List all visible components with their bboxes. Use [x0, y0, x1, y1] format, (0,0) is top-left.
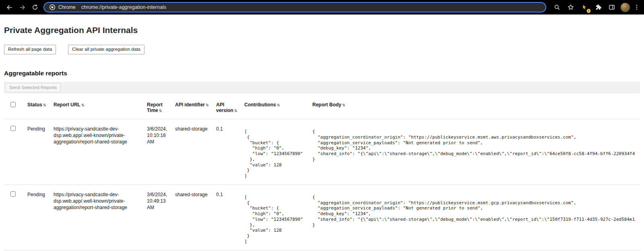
refresh-all-button[interactable]: Refresh all page data [4, 45, 56, 54]
cell-report-body: { "aggregation_coordinator_origin": "htt… [312, 119, 640, 185]
menu-button[interactable] [633, 1, 641, 13]
col-header-label: Report Body [312, 102, 341, 108]
arrow-left-icon [6, 4, 13, 11]
cell-api-identifier: shared-storage [175, 185, 216, 250]
cell-status: Pending [27, 119, 54, 185]
row-checkbox[interactable] [10, 126, 16, 131]
extension-badge: 1 [586, 8, 591, 13]
col-header-label: Status [27, 102, 42, 108]
side-panel-button[interactable] [606, 1, 618, 13]
star-icon [568, 4, 574, 10]
back-button[interactable] [3, 1, 15, 13]
cell-api-version: 0.1 [216, 119, 244, 185]
col-header-label: Contributions [244, 102, 276, 108]
reload-icon [32, 4, 38, 10]
bookmark-button[interactable] [565, 1, 577, 13]
col-header-status[interactable]: Status⇅ [27, 99, 54, 119]
chrome-logo-icon [49, 4, 56, 10]
sort-icon: ⇅ [234, 109, 237, 113]
report-body-json: { "aggregation_coordinator_origin": "htt… [312, 195, 640, 228]
table-header-row: Status⇅ Report URL⇅ Report Time⇅ API ide… [4, 99, 640, 119]
report-body-json: { "aggregation_coordinator_origin": "htt… [312, 129, 640, 162]
page-content: Private Aggregation API Internals Refres… [0, 15, 644, 251]
col-header-api-identifier[interactable]: API identifier⇅ [175, 99, 216, 119]
kebab-menu-icon [634, 4, 640, 10]
cell-report-time: 3/6/2024, 10:49:13 AM [147, 185, 175, 250]
col-header-label: Report URL [54, 102, 80, 108]
contributions-json: [ { "bucket": { "high": "0", "low": "123… [244, 129, 312, 179]
table-row: Pending https://privacy-sandcastle-dev-d… [4, 119, 640, 185]
select-all-cell [4, 99, 27, 119]
section-title: Aggregatable reports [4, 70, 640, 77]
arrow-right-icon [19, 4, 26, 11]
page-title: Private Aggregation API Internals [4, 15, 640, 35]
sort-icon: ⇅ [159, 109, 162, 113]
search-icon [554, 4, 560, 10]
cell-api-version: 0.1 [216, 185, 244, 250]
col-header-report-body[interactable]: Report Body⇅ [312, 99, 640, 119]
site-label: Chrome [58, 4, 76, 10]
sort-icon: ⇅ [43, 103, 46, 107]
row-select-cell [4, 119, 27, 185]
address-bar[interactable]: Chrome chrome://private-aggregation-inte… [43, 2, 546, 12]
cell-contributions: [ { "bucket": { "high": "0", "low": "123… [244, 185, 312, 250]
cell-status: Pending [27, 185, 54, 250]
cell-report-body: { "aggregation_coordinator_origin": "htt… [312, 185, 640, 250]
reload-button[interactable] [29, 1, 41, 13]
sort-icon: ⇅ [206, 103, 209, 107]
browser-toolbar: Chrome chrome://private-aggregation-inte… [0, 0, 644, 15]
contributions-json: [ { "bucket": { "high": "0", "low": "123… [244, 195, 312, 245]
cell-contributions: [ { "bucket": { "high": "0", "low": "123… [244, 119, 312, 185]
cell-report-time: 3/6/2024, 10:10:18 AM [147, 119, 175, 185]
col-header-contributions[interactable]: Contributions⇅ [244, 99, 312, 119]
sort-icon: ⇅ [81, 103, 85, 107]
puzzle-icon [595, 4, 601, 10]
col-header-report-url[interactable]: Report URL⇅ [54, 99, 147, 119]
reports-table: Status⇅ Report URL⇅ Report Time⇅ API ide… [4, 99, 640, 251]
search-button[interactable] [551, 1, 563, 13]
extension-action-button[interactable]: 1 [578, 1, 590, 13]
forward-button[interactable] [16, 1, 28, 13]
sort-icon: ⇅ [277, 103, 280, 107]
select-all-checkbox[interactable] [10, 102, 16, 107]
toolbar-actions: 1 [551, 1, 641, 13]
extensions-button[interactable] [592, 1, 604, 13]
cell-api-identifier: shared-storage [175, 119, 216, 185]
col-header-api-version[interactable]: API version⇅ [216, 99, 244, 119]
side-panel-icon [609, 4, 615, 10]
row-select-cell [4, 185, 27, 250]
col-header-label: API identifier [175, 102, 205, 108]
url-text: chrome://private-aggregation-internals [81, 4, 166, 10]
page-actions: Refresh all page data Clear all private … [4, 45, 640, 54]
col-header-label: API version [216, 102, 233, 113]
row-checkbox[interactable] [10, 191, 16, 197]
send-selected-button[interactable]: Send Selected Reports [5, 83, 61, 93]
sort-icon: ⇅ [342, 103, 345, 107]
col-header-report-time[interactable]: Report Time⇅ [147, 99, 175, 119]
cell-report-url: https://privacy-sandcastle-dev-dsp.web.a… [54, 119, 147, 185]
reports-toolbar: Send Selected Reports [4, 82, 640, 94]
clear-all-button[interactable]: Clear all private aggregation data [68, 45, 144, 54]
table-row: Pending https://privacy-sandcastle-dev-d… [4, 185, 640, 250]
profile-avatar[interactable] [621, 3, 630, 12]
cell-report-url: https://privacy-sandcastle-dev-dsp.web.a… [54, 185, 147, 250]
